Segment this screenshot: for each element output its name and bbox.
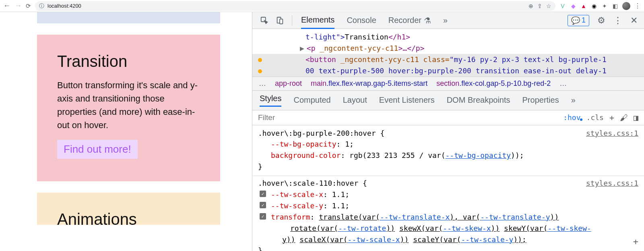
attr-value: "my-16 py-2 px-3 text-xl bg-purple-1 xyxy=(450,55,607,64)
add-rule-icon[interactable]: + xyxy=(633,235,638,249)
browser-toolbar: ← → ⟳ ⓘ localhost:4200 ⊕ ⇪ ☆ V ◆ ▲ ◉ ✦ ◧… xyxy=(0,0,644,12)
dom-line[interactable]: t-light">Transition</h1> xyxy=(293,31,644,43)
css-var[interactable]: --tw-skew-x xyxy=(443,224,491,232)
tab-event-listeners[interactable]: Event Listeners xyxy=(379,95,435,105)
dom-line-selected[interactable]: <button _ngcontent-ycy-c11 class="my-16 … xyxy=(252,54,644,65)
settings-icon[interactable]: ⚙ xyxy=(597,15,605,26)
tab-console[interactable]: Console xyxy=(347,12,376,29)
expand-arrow-icon[interactable]: ▶ xyxy=(300,44,304,52)
rule-close: } xyxy=(258,161,638,172)
card-description: Button transforming it's scale and y-axi… xyxy=(57,79,202,132)
find-out-more-button[interactable]: Find out more! xyxy=(57,140,138,159)
svg-rect-2 xyxy=(280,19,283,24)
crumb-app-root[interactable]: app-root xyxy=(275,79,302,88)
css-var[interactable]: --tw-translate-y xyxy=(480,213,550,221)
declaration-cont[interactable]: rotate(var(--tw-rotate)) skewX(var(--tw-… xyxy=(258,223,638,234)
angular-ext-icon[interactable]: ▲ xyxy=(580,3,587,9)
extensions-icon[interactable]: ✦ xyxy=(601,3,608,9)
chat-icon: 💬 xyxy=(571,16,580,25)
tabs-overflow[interactable]: » xyxy=(443,12,448,29)
tab-layout[interactable]: Layout xyxy=(343,95,367,105)
css-var[interactable]: --tw-bg-opacity xyxy=(446,151,511,160)
tab-recorder[interactable]: Recorder ⚗ xyxy=(388,12,431,29)
message-count: 1 xyxy=(582,16,586,25)
checkbox-icon[interactable]: ✓ xyxy=(260,213,266,220)
checkbox-icon[interactable]: ✓ xyxy=(260,191,266,197)
close-tag: </h1> xyxy=(388,33,410,41)
css-var[interactable]: --tw-skew- xyxy=(547,224,591,232)
rule-source[interactable]: styles.css:1 xyxy=(586,178,638,189)
crumb-overflow[interactable]: … xyxy=(259,79,266,88)
css-var[interactable]: --tw-scale-x xyxy=(348,235,400,244)
close-devtools-icon[interactable]: ✕ xyxy=(630,15,638,26)
declaration[interactable]: --tw-bg-opacity: 1; xyxy=(258,139,638,150)
address-bar[interactable]: ⓘ localhost:4200 ⊕ ⇪ ☆ xyxy=(35,1,555,11)
value: 1.1 xyxy=(332,201,345,210)
declaration[interactable]: ✓ transform: translate(var(--tw-translat… xyxy=(258,212,638,223)
dom-line-selected[interactable]: 00 text-purple-500 hover:bg-purple-200 t… xyxy=(252,65,644,77)
declaration[interactable]: ✓ --tw-scale-x: 1.1; xyxy=(258,189,638,200)
declaration-cont[interactable]: y)) scaleX(var(--tw-scale-x)) scaleY(var… xyxy=(258,234,638,245)
reload-button[interactable]: ⟳ xyxy=(26,2,31,10)
url-text: localhost:4200 xyxy=(47,3,81,9)
device-icon[interactable] xyxy=(275,16,285,25)
style-rule[interactable]: styles.css:1 .hover\:scale-110:hover { ✓… xyxy=(258,178,638,251)
share-icon[interactable]: ⇪ xyxy=(537,3,542,9)
style-rule[interactable]: styles.css:1 .hover\:bg-purple-200:hover… xyxy=(258,128,638,173)
fn: skewX(var( xyxy=(399,224,443,232)
crumb-section[interactable]: section.flex-col.gap-5.p-10.bg-red-2 xyxy=(436,79,551,88)
toggle-cls[interactable]: .cls xyxy=(586,113,604,122)
ext-icon-2[interactable]: ◆ xyxy=(570,3,576,9)
crumb-overflow[interactable]: … xyxy=(559,79,567,88)
site-info-icon[interactable]: ⓘ xyxy=(39,2,44,10)
back-button[interactable]: ← xyxy=(3,2,10,10)
rule-selector: .hover\:scale-110:hover { xyxy=(258,178,638,189)
tab-dom-breakpoints[interactable]: DOM Breakpoints xyxy=(447,95,510,105)
value: 1.1 xyxy=(332,190,345,199)
inspect-icon[interactable] xyxy=(260,16,269,25)
toggle-hov[interactable]: :hov xyxy=(563,113,580,122)
declaration[interactable]: background-color: rgb(233 213 255 / var(… xyxy=(258,150,638,161)
styles-tabs-overflow[interactable]: » xyxy=(571,95,576,105)
fn: ), var( xyxy=(450,213,480,221)
crumb-el: section xyxy=(436,79,459,87)
card-transition: Transition Button transforming it's scal… xyxy=(37,35,220,181)
property: background-color xyxy=(271,151,341,160)
computed-panel-icon[interactable]: ◨ xyxy=(634,113,638,122)
profile-avatar[interactable] xyxy=(622,2,630,10)
zoom-icon[interactable]: ⊕ xyxy=(528,3,533,9)
css-var[interactable]: --tw-rotate xyxy=(338,224,386,232)
fn: rotate(var( xyxy=(290,224,338,232)
ext-icon-4[interactable]: ◉ xyxy=(591,3,597,9)
new-style-rule-icon[interactable]: + xyxy=(609,113,614,122)
styles-filter-row: :hov .cls + 🖌 ◨ xyxy=(252,110,644,125)
declaration[interactable]: ✓ --tw-scale-y: 1.1; xyxy=(258,200,638,212)
dom-breadcrumb[interactable]: … app-root main.flex.flex-wrap.gap-5.ite… xyxy=(252,77,644,91)
crumb-cls: .flex.flex-wrap.gap-5.items-start xyxy=(326,79,427,87)
vue-ext-icon[interactable]: V xyxy=(559,3,566,9)
checkbox-icon[interactable]: ✓ xyxy=(260,202,266,208)
devtools-menu-icon[interactable]: ⋮ xyxy=(613,15,622,26)
dom-tree[interactable]: t-light">Transition</h1> ▶<p _ngcontent-… xyxy=(252,29,644,77)
close-tag: </p> xyxy=(407,44,424,52)
tab-elements[interactable]: Elements xyxy=(301,12,334,29)
panel-icon[interactable]: ◧ xyxy=(612,3,618,9)
bookmark-icon[interactable]: ☆ xyxy=(546,3,551,9)
styles-filter-input[interactable] xyxy=(258,113,558,122)
browser-menu-icon[interactable]: ⋮ xyxy=(634,2,641,10)
open-tag: <p xyxy=(307,44,316,52)
tab-properties[interactable]: Properties xyxy=(522,95,559,105)
tab-recorder-label: Recorder xyxy=(388,16,421,25)
tab-computed[interactable]: Computed xyxy=(293,95,330,105)
tab-styles[interactable]: Styles xyxy=(260,94,281,107)
dom-line[interactable]: ▶<p _ngcontent-ycy-c11>…</p> xyxy=(293,43,644,54)
css-var[interactable]: --tw-scale-y xyxy=(461,235,513,244)
page-content: Transition Button transforming it's scal… xyxy=(0,12,252,251)
messages-badge[interactable]: 💬 1 xyxy=(568,15,589,26)
crumb-main[interactable]: main.flex.flex-wrap.gap-5.items-start xyxy=(311,79,427,88)
rule-source[interactable]: styles.css:1 xyxy=(586,128,638,139)
css-var[interactable]: --tw-translate-x xyxy=(380,213,450,221)
paint-icon[interactable]: 🖌 xyxy=(620,113,628,122)
devtools-panel: Elements Console Recorder ⚗ » 💬 1 ⚙ ⋮ ✕ xyxy=(252,12,644,251)
forward-button[interactable]: → xyxy=(14,2,22,10)
